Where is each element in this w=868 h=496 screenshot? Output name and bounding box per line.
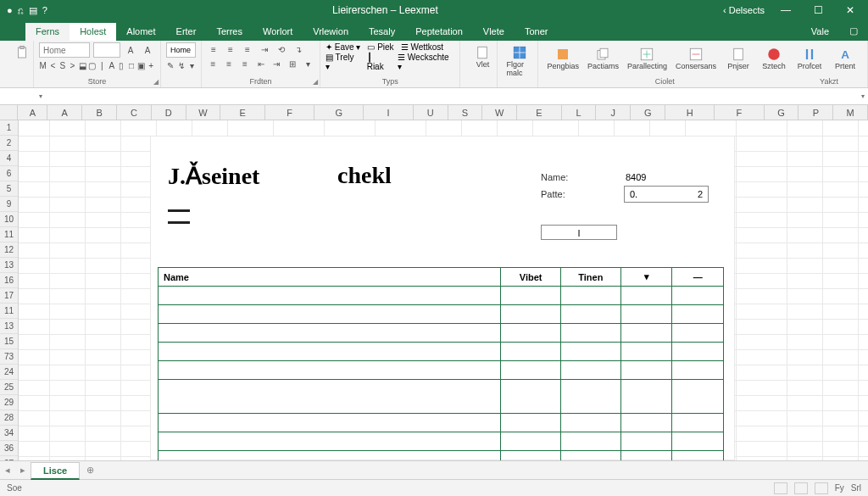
rowhead-0[interactable]: 1 — [0, 120, 18, 136]
tab-worlort[interactable]: Worlort — [253, 23, 303, 41]
th-tinen[interactable]: Tinen — [560, 268, 620, 287]
extra-2-button[interactable]: □ — [127, 59, 136, 72]
rowhead-6[interactable]: 10 — [0, 212, 18, 227]
sheet-tab-lisce[interactable]: Lisce — [31, 462, 80, 480]
colhead-3[interactable]: C — [117, 105, 152, 120]
view-break-icon[interactable] — [815, 482, 828, 494]
table-row[interactable] — [159, 324, 724, 343]
align-right-button[interactable]: ≡ — [238, 57, 251, 70]
colhead-16[interactable]: G — [631, 105, 665, 120]
sheet-nav-next-icon[interactable]: ▸ — [15, 465, 31, 476]
bold-button[interactable]: M — [39, 59, 47, 72]
colhead-8[interactable]: G — [314, 105, 364, 120]
colhead-11[interactable]: S — [448, 105, 483, 120]
align-top-button[interactable]: ≡ — [207, 42, 220, 56]
colhead-7[interactable]: F — [265, 105, 314, 120]
qat-save-icon[interactable]: ● — [7, 5, 13, 15]
fill-button[interactable]: ▢ — [88, 59, 97, 72]
rowhead-21[interactable]: 36 — [0, 441, 18, 456]
shrink-font-icon[interactable]: A — [141, 43, 154, 57]
colhead-20[interactable]: P — [798, 105, 833, 120]
ribbon-collapse-icon[interactable]: ▢ — [839, 22, 868, 41]
cells-grid[interactable]: J.Ǎseinet chekl Name: 8409 Patte: 0.2 I … — [19, 120, 868, 460]
maximize-button[interactable]: ☐ — [807, 4, 829, 16]
home-box[interactable]: Home — [166, 42, 196, 58]
flgor-button[interactable]: Flgor malc — [503, 42, 537, 89]
rowhead-3[interactable]: 6 — [0, 166, 18, 181]
rowhead-17[interactable]: 25 — [0, 380, 18, 395]
rowhead-8[interactable]: 12 — [0, 242, 18, 258]
align-bot-button[interactable]: ≡ — [241, 42, 254, 56]
align-center-button[interactable]: ≡ — [223, 57, 236, 70]
table-row[interactable] — [159, 343, 724, 361]
font-launcher-icon[interactable]: ◢ — [153, 78, 159, 86]
qat-redo-icon[interactable]: ▤ — [29, 5, 37, 16]
rowhead-12[interactable]: 11 — [0, 304, 18, 319]
rowhead-19[interactable]: 28 — [0, 410, 18, 426]
rowhead-15[interactable]: 73 — [0, 349, 18, 365]
eave-button[interactable]: ✦ Eave ▾ — [326, 42, 360, 52]
clear3-icon[interactable]: ▾ — [188, 59, 196, 72]
rowhead-13[interactable]: 13 — [0, 319, 18, 334]
tab-toner[interactable]: Toner — [515, 23, 559, 41]
tab-holest[interactable]: Holest — [70, 23, 116, 41]
colhead-14[interactable]: L — [562, 105, 597, 120]
weckschte-button[interactable]: ☰ Weckschte ▾ — [398, 53, 454, 71]
rowhead-9[interactable]: 13 — [0, 258, 18, 273]
tab-vlete[interactable]: Vlete — [473, 23, 515, 41]
merge-down-button[interactable]: ⊞ — [287, 57, 299, 70]
table-row[interactable] — [159, 380, 724, 414]
table-row[interactable] — [159, 414, 724, 432]
colhead-21[interactable]: M — [833, 105, 868, 120]
tab-tesaly[interactable]: Tesaly — [359, 23, 405, 41]
table-row[interactable] — [159, 287, 724, 305]
rowhead-10[interactable]: 16 — [0, 273, 18, 288]
colhead-2[interactable]: B — [82, 105, 117, 120]
rowhead-16[interactable]: 24 — [0, 365, 18, 380]
clear2-icon[interactable]: ↯ — [177, 59, 185, 72]
colhead-13[interactable]: E — [517, 105, 561, 120]
colhead-12[interactable]: W — [482, 105, 517, 120]
more-font-button[interactable]: > — [69, 59, 77, 72]
wettkost-button[interactable]: ☰ Wettkost — [401, 42, 444, 52]
indent-button[interactable]: ⇥ — [270, 57, 283, 70]
extra-4-button[interactable]: + — [147, 59, 155, 72]
sheet-nav-prev-icon[interactable]: ◂ — [0, 465, 15, 476]
th-drop[interactable]: ▾ — [620, 268, 672, 287]
select-all-corner[interactable] — [0, 105, 18, 120]
merge-button[interactable]: ↴ — [292, 42, 305, 56]
clear-icon[interactable]: ✎ — [166, 59, 174, 72]
close-button[interactable]: ✕ — [839, 4, 861, 16]
view-normal-icon[interactable] — [774, 482, 787, 494]
formula-expand-icon[interactable]: ▾ — [858, 92, 868, 100]
table-row[interactable] — [159, 305, 724, 324]
patte-cell[interactable]: 0.2 — [624, 186, 709, 203]
underline-button[interactable]: S — [58, 59, 67, 72]
tab-vale[interactable]: Vale — [801, 23, 839, 41]
italic-button[interactable]: < — [49, 59, 58, 72]
colhead-15[interactable]: J — [596, 105, 631, 120]
tab-erter[interactable]: Erter — [166, 23, 207, 41]
rowhead-2[interactable]: 4 — [0, 151, 18, 166]
colhead-6[interactable]: E — [220, 105, 264, 120]
table-row[interactable] — [159, 451, 724, 461]
border-button[interactable]: ⬓ — [78, 59, 86, 72]
font-size-input[interactable] — [97, 44, 114, 56]
grow-font-icon[interactable]: A — [124, 43, 137, 57]
rowhead-7[interactable]: 11 — [0, 227, 18, 242]
rowhead-14[interactable]: 15 — [0, 334, 18, 349]
colhead-19[interactable]: G — [765, 105, 799, 120]
table-row[interactable] — [159, 432, 724, 451]
wrap-button[interactable]: ⟲ — [275, 42, 288, 56]
delsects-link[interactable]: ‹ Delsects — [723, 5, 765, 15]
merge-drop-icon[interactable]: ▾ — [302, 57, 314, 70]
colhead-1[interactable]: A — [47, 105, 82, 120]
align-launcher-icon[interactable]: ◢ — [313, 78, 318, 86]
colhead-9[interactable]: I — [364, 105, 413, 120]
colhead-0[interactable]: A — [18, 105, 47, 120]
th-name[interactable]: Name — [159, 268, 501, 287]
colhead-18[interactable]: F — [715, 105, 764, 120]
tab-vrlewion[interactable]: Vrlewion — [303, 23, 359, 41]
colhead-10[interactable]: U — [414, 105, 448, 120]
name-box-drop-icon[interactable]: ▾ — [36, 92, 46, 100]
